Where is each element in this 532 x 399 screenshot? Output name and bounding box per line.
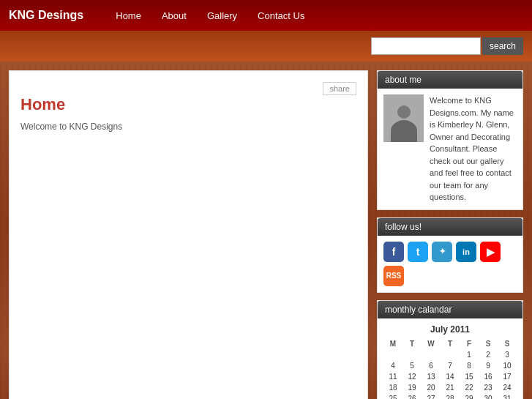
youtube-icon[interactable]: ▶ [480,242,501,262]
calendar-day[interactable]: 4 [383,360,402,371]
calendar-day [441,349,460,360]
cal-day-wed: W [422,338,441,349]
calendar-day [402,349,422,360]
calendar-day[interactable]: 27 [422,393,441,400]
content-area: share Home Welcome to KNG Designs about … [0,61,532,399]
calendar-day[interactable]: 3 [498,349,517,360]
cal-day-sat: S [479,338,498,349]
cal-day-tue: T [402,338,422,349]
cal-day-fri: F [460,338,479,349]
calendar-day[interactable]: 16 [479,371,498,382]
calendar-day [422,349,441,360]
avatar-body [391,120,417,142]
search-input[interactable] [371,37,481,55]
calendar-table: M T W T F S S 12345678910111213141516171… [383,338,517,400]
search-button[interactable]: search [482,37,523,55]
calendar-day[interactable]: 15 [460,371,479,382]
calendar-day[interactable]: 29 [460,393,479,400]
calendar-day[interactable]: 5 [402,360,422,371]
calendar-day [383,349,402,360]
sidebar: about me Welcome to KNG Designs.com. My … [377,70,523,399]
calendar-day[interactable]: 17 [498,371,517,382]
calendar-day[interactable]: 25 [383,393,402,400]
about-me-section: about me Welcome to KNG Designs.com. My … [377,70,523,210]
calendar-day[interactable]: 18 [383,382,402,393]
calendar-day[interactable]: 13 [422,371,441,382]
calendar-day[interactable]: 20 [422,382,441,393]
calendar-day[interactable]: 9 [479,360,498,371]
calendar-month: July 2011 [383,324,517,335]
calendar-day[interactable]: 6 [422,360,441,371]
calendar-day[interactable]: 8 [460,360,479,371]
share-button[interactable]: share [323,82,356,95]
site-header: KNG Desings Home About Gallery Contact U… [0,0,532,31]
calendar-day[interactable]: 19 [402,382,422,393]
rss-icon[interactable]: RSS [383,266,404,286]
follow-us-header: follow us! [378,218,522,236]
calendar-day[interactable]: 10 [498,360,517,371]
calendar-day[interactable]: 31 [498,393,517,400]
about-me-header: about me [378,71,522,89]
page-title: Home [20,95,356,114]
calendar-day[interactable]: 23 [479,382,498,393]
cal-day-mon: M [383,338,402,349]
calendar-day[interactable]: 12 [402,371,422,382]
cal-day-sun: S [498,338,517,349]
page-subtitle: Welcome to KNG Designs [20,122,356,132]
twitter-icon[interactable]: t [408,242,428,262]
calendar-header: monthly calandar [378,301,522,318]
social-icons-list: f t ✦ in ▶ RSS [378,236,522,292]
cal-day-thu: T [441,338,460,349]
calendar-day[interactable]: 26 [402,393,422,400]
calendar-section: monthly calandar July 2011 M T W T F S S [377,300,523,400]
search-bar: search [0,31,532,61]
site-title: KNG Desings [9,9,83,22]
calendar-day[interactable]: 1 [460,349,479,360]
calendar-day[interactable]: 21 [441,382,460,393]
nav-contact[interactable]: Contact Us [247,7,315,25]
avatar-head [397,105,411,119]
calendar-day[interactable]: 2 [479,349,498,360]
calendar-inner: July 2011 M T W T F S S [378,318,522,400]
linkedin-icon[interactable]: in [456,242,476,262]
follow-us-section: follow us! f t ✦ in ▶ RSS [377,217,523,293]
avatar [383,94,424,142]
about-me-text: Welcome to KNG Designs.com. My name is K… [430,94,517,204]
calendar-day[interactable]: 14 [441,371,460,382]
about-me-content: Welcome to KNG Designs.com. My name is K… [378,89,522,209]
nav-gallery[interactable]: Gallery [197,7,247,25]
nav-home[interactable]: Home [105,7,151,25]
calendar-day[interactable]: 28 [441,393,460,400]
main-panel: share Home Welcome to KNG Designs [9,70,368,399]
calendar-day[interactable]: 7 [441,360,460,371]
delicious-icon[interactable]: ✦ [432,242,452,262]
nav-about[interactable]: About [151,7,197,25]
calendar-day[interactable]: 22 [460,382,479,393]
calendar-day[interactable]: 30 [479,393,498,400]
facebook-icon[interactable]: f [383,242,404,262]
main-nav: Home About Gallery Contact Us [105,7,315,25]
calendar-day[interactable]: 11 [383,371,402,382]
calendar-day[interactable]: 24 [498,382,517,393]
